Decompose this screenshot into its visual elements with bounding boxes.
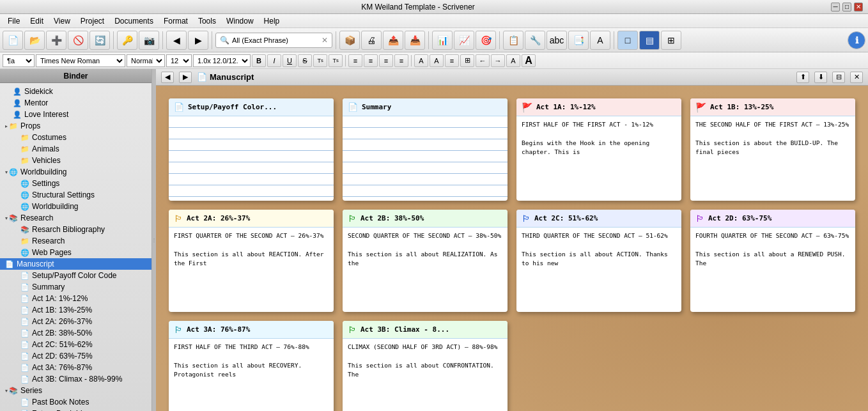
card-act2a[interactable]: 🏳 Act 2A: 26%-37% FIRST QUARTER OF THE S… — [169, 210, 334, 312]
card-setup-payoff[interactable]: 📄 Setup/Payoff Color... — [169, 98, 334, 201]
sidebar-item-vehicles[interactable]: 📁 Vehicles — [0, 155, 151, 166]
menu-help[interactable]: Help — [259, 15, 285, 27]
sidebar-item-animals[interactable]: 📁 Animals — [0, 143, 151, 155]
sidebar-item-worldbuilding2[interactable]: 🌐 Worldbuilding — [0, 201, 151, 212]
sidebar-item-web-pages[interactable]: 🌐 Web Pages — [0, 247, 151, 258]
sidebar-item-act3a[interactable]: 📄 Act 3A: 76%-87% — [0, 362, 151, 373]
sidebar-item-love-interest[interactable]: 👤 Love Interest — [0, 109, 151, 120]
strikethrough-button[interactable]: S — [298, 54, 312, 67]
sidebar-item-research-section[interactable]: ▾ 📚 Research — [0, 212, 151, 224]
nav-back-button[interactable]: ◀ — [161, 72, 174, 83]
text-button[interactable]: A — [590, 31, 610, 50]
view2-button[interactable]: ▤ — [639, 31, 660, 50]
search-clear-icon[interactable]: ✕ — [322, 36, 328, 45]
text-scale-button[interactable]: A — [522, 54, 536, 67]
menu-edit[interactable]: Edit — [25, 15, 49, 27]
menu-tools[interactable]: Tools — [193, 15, 221, 27]
doc-view-button[interactable]: 📑 — [568, 31, 589, 50]
highlight-button[interactable]: A — [430, 54, 444, 67]
spellcheck-button[interactable]: abc — [546, 31, 567, 50]
sidebar-item-worldbuilding[interactable]: ▾ 🌐 Worldbuilding — [0, 166, 151, 178]
superscript-button[interactable]: Ts — [313, 54, 327, 67]
sidebar-item-setup-payoff[interactable]: 📄 Setup/Payoff Color Code — [0, 270, 151, 281]
open-button[interactable]: 📂 — [24, 31, 45, 50]
card-act1b[interactable]: 🚩 Act 1B: 13%-25% THE SECOND HALF OF THE… — [690, 98, 855, 201]
wrench-button[interactable]: 🔧 — [525, 31, 545, 50]
close-button[interactable]: ✕ — [854, 3, 863, 12]
italic-button[interactable]: I — [267, 54, 281, 67]
bold-button[interactable]: B — [252, 54, 266, 67]
expand-down-button[interactable]: ⬇ — [814, 72, 827, 83]
back-button[interactable]: ◀ — [166, 31, 187, 50]
snapshot-button[interactable]: 📷 — [139, 31, 159, 50]
nav-forward-button[interactable]: ▶ — [179, 72, 192, 83]
split-button[interactable]: ⊟ — [832, 72, 845, 83]
sidebar-item-act2a[interactable]: 📄 Act 2A: 26%-37% — [0, 316, 151, 327]
align-justify-button[interactable]: ≡ — [394, 54, 408, 67]
font-size-select[interactable]: 12 — [166, 54, 192, 67]
sidebar-item-research-bibliography[interactable]: 📚 Resarch Bibliography — [0, 224, 151, 235]
chart-button[interactable]: 📊 — [432, 31, 453, 50]
list-button[interactable]: ≡ — [445, 54, 459, 67]
sidebar-item-research[interactable]: 📁 Research — [0, 235, 151, 247]
style-select[interactable]: ¶a — [3, 54, 35, 67]
sidebar-item-act1b[interactable]: 📄 Act 1B: 13%-25% — [0, 304, 151, 316]
sidebar-item-act3b[interactable]: 📄 Act 3B: Climax - 88%-99% — [0, 373, 151, 385]
import-button[interactable]: 📥 — [405, 31, 425, 50]
view1-button[interactable]: □ — [617, 31, 638, 50]
chart2-button[interactable]: 📈 — [454, 31, 474, 50]
sidebar-item-future-book-ideas[interactable]: 📄 Future Book Ideas — [0, 408, 151, 411]
indent-inc-button[interactable]: → — [491, 54, 505, 67]
sidebar-item-structural-settings[interactable]: 🌐 Structural Settings — [0, 189, 151, 201]
sidebar-item-settings[interactable]: 🌐 Settings — [0, 178, 151, 189]
menu-window[interactable]: Window — [221, 15, 259, 27]
search-box[interactable]: 🔍 ✕ — [215, 33, 332, 48]
menu-project[interactable]: Project — [75, 15, 109, 27]
key-button[interactable]: 🔑 — [117, 31, 137, 50]
forward-button[interactable]: ▶ — [188, 31, 208, 50]
menu-format[interactable]: Format — [159, 15, 193, 27]
sidebar-item-series[interactable]: ▾ 📚 Series — [0, 385, 151, 396]
expand-up-button[interactable]: ⬆ — [796, 72, 809, 83]
new-doc-button[interactable]: 📄 — [3, 31, 23, 50]
print-button[interactable]: 🖨 — [361, 31, 382, 50]
corkboard[interactable]: 📄 Setup/Payoff Color... 📄 Summary — [156, 86, 868, 411]
indent-dec-button[interactable]: ← — [476, 54, 490, 67]
sidebar-item-act2b[interactable]: 📄 Act 2B: 38%-50% — [0, 327, 151, 339]
sidebar-item-sidekick[interactable]: 👤 Sidekick — [0, 86, 151, 97]
menu-view[interactable]: View — [49, 15, 75, 27]
align-right-button[interactable]: ≡ — [379, 54, 393, 67]
binder-content[interactable]: 👤 Sidekick 👤 Mentor 👤 Love Interest ▸ 📁 … — [0, 83, 151, 411]
sidebar-item-act2c[interactable]: 📄 Act 2C: 51%-62% — [0, 339, 151, 350]
card-act2d[interactable]: 🏳 Act 2D: 63%-75% FOURTH QUARTER OF THE … — [690, 210, 855, 312]
card-summary[interactable]: 📄 Summary — [343, 98, 508, 201]
align-left-button[interactable]: ≡ — [348, 54, 362, 67]
card-act1a[interactable]: 🚩 Act 1A: 1%-12% FIRST HALF OF THE FIRST… — [516, 98, 681, 201]
sidebar-item-summary[interactable]: 📄 Summary — [0, 281, 151, 293]
compile-button[interactable]: 📦 — [339, 31, 360, 50]
sidebar-item-act1a[interactable]: 📄 Act 1A: 1%-12% — [0, 293, 151, 304]
notes-button[interactable]: 📋 — [503, 31, 523, 50]
sidebar-item-act2d[interactable]: 📄 Act 2D: 63%-75% — [0, 350, 151, 362]
sidebar-item-past-book-notes[interactable]: 📄 Past Book Notes — [0, 396, 151, 408]
subscript-button[interactable]: Ts — [329, 54, 343, 67]
underline-button[interactable]: U — [283, 54, 297, 67]
line-spacing-select[interactable]: 1.0x 12.0/12.0 — [193, 54, 251, 67]
sidebar-item-mentor[interactable]: 👤 Mentor — [0, 97, 151, 109]
text-size-button[interactable]: A — [506, 54, 520, 67]
sync-button[interactable]: 🔄 — [89, 31, 110, 50]
table-button[interactable]: ⊞ — [460, 54, 474, 67]
font-family-select[interactable]: Times New Roman — [36, 54, 125, 67]
card-act2c[interactable]: 🏳 Act 2C: 51%-62% THIRD QUARTER OF THE S… — [516, 210, 681, 312]
menu-documents[interactable]: Documents — [109, 15, 159, 27]
export-button[interactable]: 📤 — [383, 31, 403, 50]
view3-button[interactable]: ⊞ — [661, 31, 681, 50]
style-type-select[interactable]: Normal — [127, 54, 165, 67]
maximize-button[interactable]: □ — [842, 3, 851, 12]
target-button[interactable]: 🎯 — [476, 31, 496, 50]
sidebar-item-manuscript[interactable]: 📄 Manuscript — [0, 258, 151, 270]
close-pane-button[interactable]: ✕ — [850, 72, 863, 83]
card-act3b[interactable]: 🏳 Act 3B: Climax - 8... CLIMAX (SECOND H… — [343, 321, 508, 411]
minimize-button[interactable]: ─ — [831, 3, 840, 12]
add-button[interactable]: ➕ — [46, 31, 66, 50]
